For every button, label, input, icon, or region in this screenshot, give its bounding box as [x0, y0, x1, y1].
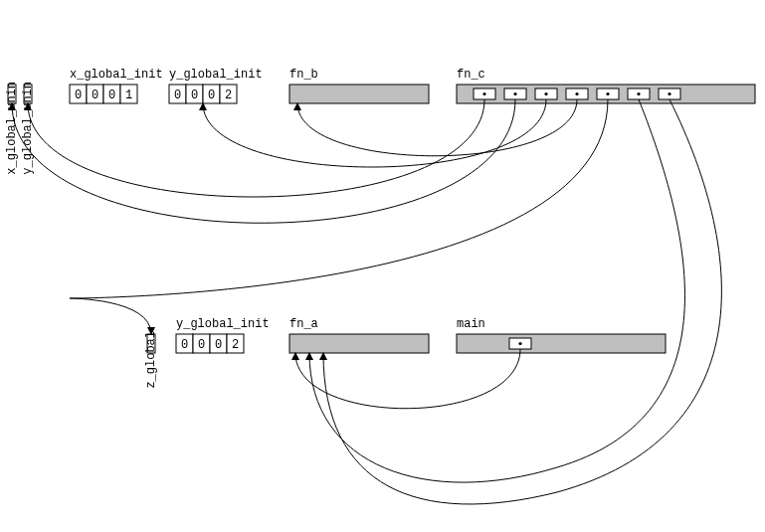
y-global-init-bottom-label: y_global_init	[176, 317, 270, 331]
fn-c-label: fn_c	[457, 68, 485, 82]
y-global-init-bottom-val-3: 2	[232, 338, 239, 352]
arrow-fnc2-yinit	[203, 99, 546, 167]
fn-c-ptr-0-dot	[482, 92, 485, 95]
fn-c-ptr-5-dot	[637, 92, 640, 95]
fn-c-ptr-6-dot	[668, 92, 670, 95]
x-global-init-val-0: 0	[75, 89, 82, 102]
y-global-init-top-val-1: 0	[191, 89, 198, 102]
arrow-fnc4-zglobal	[70, 99, 608, 334]
x-global-init-val-3: 1	[125, 89, 132, 102]
x-global-init-label: x_global_init	[70, 68, 163, 82]
y-global-init-top-val-3: 2	[225, 89, 232, 102]
y-global-init-top-val-0: 0	[174, 89, 181, 102]
y-global-init-top-label: y_global_init	[169, 68, 263, 82]
fn-c-ptr-2-dot	[544, 92, 547, 95]
y-global-init-bottom-val-2: 0	[215, 338, 222, 352]
fn-a-label: fn_a	[289, 317, 318, 331]
z-global-label: z_global	[144, 331, 158, 389]
y-global-init-bottom-val-1: 0	[198, 338, 205, 352]
fn-c-ptr-4-dot	[606, 92, 609, 95]
fn-b-label: fn_b	[289, 68, 318, 82]
main-box	[457, 334, 666, 353]
y-global-init-top-val-2: 0	[208, 89, 215, 102]
x-global-unin-label: x_global_unin	[5, 82, 19, 175]
y-global-init-bottom-val-0: 0	[181, 338, 188, 352]
fn-a-box	[289, 334, 429, 353]
main-label: main	[457, 317, 485, 331]
arrow-fnc3-fnb	[297, 99, 577, 156]
memory-diagram: x_global_uniny_global_uninx_global_init0…	[0, 0, 765, 532]
arrow-fnc5-fna	[309, 99, 684, 482]
arrow-fnc6-fna	[323, 99, 721, 504]
x-global-init-val-2: 0	[108, 89, 115, 102]
arrow-main-fna	[295, 349, 520, 409]
fn-c-ptr-1-dot	[513, 92, 516, 95]
fn-c-ptr-3-dot	[575, 92, 578, 95]
y-global-unin-label: y_global_unin	[21, 82, 35, 175]
x-global-init-val-1: 0	[92, 89, 98, 102]
main-ptr-0-dot	[518, 342, 521, 345]
fn-b-box	[289, 85, 429, 103]
arrow-fnc1-xunin	[12, 99, 515, 223]
arrow-fnc0-yunin	[28, 99, 484, 197]
